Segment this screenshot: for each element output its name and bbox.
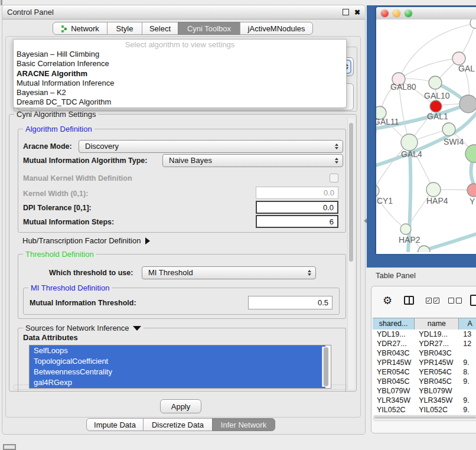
network-node-gray-node[interactable] bbox=[459, 95, 476, 113]
kernel-width-input[interactable] bbox=[256, 187, 338, 199]
network-node-SWI4[interactable] bbox=[442, 123, 455, 136]
dpi-tolerance-input[interactable] bbox=[256, 201, 338, 214]
table-row[interactable]: YBR043CYBR043C bbox=[373, 348, 476, 358]
network-node-big-green[interactable] bbox=[465, 145, 476, 162]
tab-style[interactable]: Style bbox=[107, 22, 142, 35]
attribute-list-item[interactable]: gal4RGexp bbox=[30, 377, 325, 388]
minimize-traffic-light[interactable] bbox=[393, 9, 400, 17]
aracne-mode-combobox[interactable]: Discovery bbox=[79, 140, 343, 153]
settings-scrollbar[interactable] bbox=[347, 118, 354, 389]
apply-button-label: Apply bbox=[171, 402, 191, 411]
control-panel-titlebar[interactable]: Control Panel ✖ bbox=[2, 5, 365, 19]
table-panel: ⚙ ✓✓ shared...nameA YDL19...YDL19...13YD… bbox=[371, 286, 476, 433]
network-node-gal-partial[interactable] bbox=[452, 52, 465, 65]
tab-infer-network[interactable]: Infer Network bbox=[212, 418, 275, 431]
close-traffic-light[interactable] bbox=[381, 9, 389, 17]
network-node-GAL1[interactable] bbox=[430, 100, 442, 112]
table-hscrollbar[interactable] bbox=[373, 415, 476, 421]
table-row[interactable]: YBR045CYBR045C9. bbox=[373, 377, 476, 386]
network-canvas[interactable]: GALGAL80GAL10GAL1GAL11SWI4GAL4GCY1HAP4YH… bbox=[376, 19, 476, 252]
table-cell bbox=[459, 386, 476, 396]
tab-select[interactable]: Select bbox=[142, 22, 178, 35]
dropdown-item[interactable]: ARACNE Algorithm bbox=[14, 69, 346, 79]
network-node-HAP2[interactable] bbox=[400, 224, 411, 234]
attributes-list-scrollbar-thumb[interactable] bbox=[324, 347, 328, 386]
table-hscrollbar-thumb[interactable] bbox=[374, 416, 476, 419]
table-row[interactable]: YER054CYER054C8. bbox=[373, 367, 476, 377]
tab-label: Select bbox=[149, 24, 171, 33]
dropdown-item[interactable]: Bayesian – K2 bbox=[14, 88, 346, 97]
attribute-list-item[interactable]: BetweennessCentrality bbox=[30, 367, 325, 377]
mi-threshold-input[interactable] bbox=[248, 296, 332, 309]
dropdown-item[interactable]: Dream8 DC_TDC Algorithm bbox=[14, 97, 346, 107]
attributes-list-scrollbar[interactable] bbox=[322, 347, 329, 387]
table-cell: YBR045C bbox=[373, 377, 415, 386]
dropdown-item[interactable]: Basic Correlation Inference bbox=[14, 59, 346, 69]
panel-splitter-arrow[interactable] bbox=[364, 219, 367, 223]
tab-discretize-data[interactable]: Discretize Data bbox=[143, 418, 213, 431]
tab-network[interactable]: Network bbox=[53, 22, 107, 35]
table-body: YDL19...YDL19...13YDR27...YDR27...12YBR0… bbox=[373, 330, 476, 415]
table-row[interactable]: YBL079WYBL079W bbox=[373, 386, 476, 396]
table-row[interactable]: YDL19...YDL19...13 bbox=[373, 330, 476, 339]
network-node-salmon-node[interactable] bbox=[467, 184, 476, 197]
settings-scrollbar-thumb[interactable] bbox=[349, 123, 353, 262]
mi-threshold-definition-title: MI Threshold Definition bbox=[28, 283, 112, 292]
table-cell: 9. bbox=[459, 405, 476, 415]
gear-icon[interactable]: ⚙ bbox=[383, 294, 392, 307]
column-header[interactable]: shared... bbox=[373, 318, 415, 330]
document-icon[interactable] bbox=[470, 295, 476, 306]
table-cell: YDL19... bbox=[415, 330, 459, 339]
table-cell: YDL19... bbox=[373, 330, 415, 339]
table-cell: YDR27... bbox=[373, 339, 415, 348]
dropdown-item[interactable]: Bayesian – Hill Climbing bbox=[14, 50, 346, 59]
network-node-GAL10[interactable] bbox=[429, 76, 442, 89]
zoom-traffic-light[interactable] bbox=[405, 9, 412, 17]
which-threshold-combobox[interactable]: MI Threshold bbox=[142, 266, 316, 279]
network-node-label: GAL11 bbox=[376, 117, 399, 126]
hub-factor-section[interactable]: Hub/Transcription Factor Definition bbox=[22, 236, 150, 245]
network-node-GAL4[interactable] bbox=[401, 134, 418, 151]
data-attributes-list[interactable]: SelfLoopsTopologicalCoefficientBetweenne… bbox=[29, 345, 331, 389]
kernel-width-label: Kernel Width (0,1): bbox=[23, 190, 88, 198]
bottom-left-box[interactable] bbox=[3, 444, 16, 450]
dropdown-hint: Select algorithm to view settings bbox=[14, 40, 346, 50]
network-window[interactable]: GALGAL80GAL10GAL1GAL11SWI4GAL4GCY1HAP4YH… bbox=[376, 7, 476, 254]
close-icon[interactable]: ✖ bbox=[354, 9, 360, 15]
manual-kernel-checkbox[interactable] bbox=[330, 174, 338, 182]
column-split-icon[interactable] bbox=[404, 296, 414, 305]
mi-algorithm-type-combobox[interactable]: Naive Bayes bbox=[162, 154, 343, 167]
sources-title-wrap[interactable]: Sources for Network Inference bbox=[23, 324, 144, 332]
hub-factor-label: Hub/Transcription Factor Definition bbox=[22, 236, 141, 245]
tab-impute-data[interactable]: Impute Data bbox=[86, 418, 144, 431]
aracne-mode-label: Aracne Mode: bbox=[23, 142, 72, 151]
apply-button[interactable]: Apply bbox=[160, 399, 201, 413]
network-window-titlebar[interactable] bbox=[376, 7, 476, 20]
threshold-definition-title: Threshold Definition bbox=[23, 250, 96, 259]
dropdown-item[interactable]: Mutual Information Inference bbox=[14, 79, 346, 88]
mi-threshold-label: Mutual Information Threshold: bbox=[30, 299, 136, 307]
column-header[interactable]: A bbox=[459, 318, 476, 330]
table-toolbar: ⚙ ✓✓ bbox=[371, 286, 476, 315]
unchecked-pair-icon[interactable] bbox=[448, 298, 462, 304]
table-cell: YDR27... bbox=[415, 339, 459, 348]
network-graph: GALGAL80GAL10GAL1GAL11SWI4GAL4GCY1HAP4YH… bbox=[376, 19, 476, 252]
network-node-HAP4[interactable] bbox=[426, 182, 441, 197]
network-node-label: SWI4 bbox=[444, 137, 464, 146]
attribute-list-item[interactable]: SelfLoops bbox=[30, 345, 325, 356]
mi-steps-input[interactable] bbox=[256, 215, 338, 228]
column-header[interactable]: name bbox=[415, 318, 459, 330]
table-row[interactable]: YIL052CYIL052C9. bbox=[373, 405, 476, 415]
attribute-list-item[interactable]: TopologicalCoefficient bbox=[30, 356, 325, 367]
network-node-partial-top[interactable] bbox=[470, 19, 476, 28]
float-window-icon[interactable] bbox=[343, 9, 349, 15]
network-node-partial-bottom[interactable] bbox=[418, 246, 430, 252]
table-row[interactable]: YLR345WYLR345W9. bbox=[373, 396, 476, 405]
tab-cyni-toolbox[interactable]: Cyni Toolbox bbox=[178, 22, 240, 35]
tab-jactivemnodules[interactable]: jActiveMNodules bbox=[240, 22, 313, 35]
table-row[interactable]: YDR27...YDR27...12 bbox=[373, 339, 476, 348]
checked-pair-icon[interactable]: ✓✓ bbox=[426, 298, 439, 304]
table-row[interactable]: YPR145WYPR145W9. bbox=[373, 358, 476, 367]
sources-group: Sources for Network Inference Data Attri… bbox=[18, 328, 346, 392]
network-node-GCY1[interactable] bbox=[376, 185, 379, 197]
